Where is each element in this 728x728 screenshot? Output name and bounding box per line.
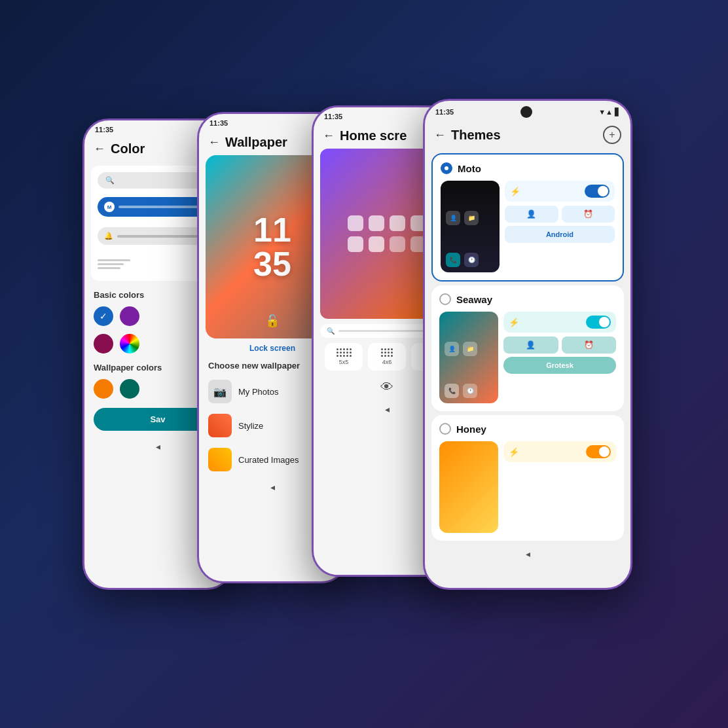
grid-5x5-label: 5x5 — [339, 359, 349, 365]
signal-icon: ▼▲ — [598, 108, 613, 116]
theme-moto-name: Moto — [458, 163, 481, 174]
back-button-3[interactable]: ← — [323, 129, 335, 143]
toggle-switch-moto[interactable] — [585, 185, 610, 198]
theme-honey-card[interactable]: Honey ⚡ — [431, 415, 624, 541]
eye-icon[interactable]: 👁 — [380, 380, 393, 395]
seaway-controls: ⚡ 👤 ⏰ Grotesk — [503, 312, 616, 403]
alarm-ctrl: ⏰ — [562, 206, 615, 223]
lock-icon: 🔓 — [265, 314, 280, 328]
grid-4x6-label: 4x6 — [382, 359, 392, 365]
time-1: 11:35 — [95, 126, 113, 134]
toggle-switch-honey[interactable] — [586, 445, 611, 458]
theme-honey-preview — [439, 441, 498, 533]
bell-icon: 🔔 — [104, 232, 113, 240]
back-button-1[interactable]: ← — [94, 142, 105, 156]
nav-arrow-3[interactable]: ◂ — [385, 404, 390, 414]
theme-seaway-preview: 👤 📁 📞 🕐 — [439, 312, 498, 403]
my-photos-label: My Photos — [238, 387, 278, 397]
clock-icon-mini: 🕐 — [464, 253, 479, 267]
swatch-maroon[interactable] — [94, 334, 113, 354]
radio-seaway — [439, 293, 451, 305]
bluetooth-icon: ⚡ — [510, 187, 520, 196]
screen-title-1: Color — [111, 141, 145, 156]
camera-notch — [520, 106, 532, 118]
theme-honey-name: Honey — [456, 424, 486, 435]
stylize-thumb — [208, 414, 232, 437]
theme-seaway-name: Seaway — [456, 294, 492, 305]
contact-icon-seaway: 👤 — [445, 342, 459, 356]
time-2: 11:35 — [209, 119, 228, 127]
bluetooth-toggle-moto[interactable]: ⚡ — [505, 181, 615, 202]
search-icon-home: 🔍 — [327, 327, 335, 335]
nav-arrow-4[interactable]: ◂ — [526, 549, 530, 559]
search-icon: 🔍 — [105, 176, 115, 185]
status-bar-4: 11:35 ▼▲ ▋ — [425, 101, 630, 120]
battery-icon-4: ▋ — [615, 108, 620, 117]
screen-title-2: Wallpaper — [225, 135, 287, 150]
theme-moto-preview: 👤 📁 📞 🕐 — [441, 181, 500, 272]
grotesk-font-btn[interactable]: Grotesk — [503, 357, 616, 374]
my-photos-thumb: 📷 — [208, 380, 232, 403]
person-ctrl: 👤 — [505, 206, 558, 223]
bluetooth-toggle-seaway[interactable]: ⚡ — [503, 312, 616, 333]
swatch-teal[interactable] — [120, 379, 139, 399]
time-3: 11:35 — [324, 113, 342, 120]
clock-icon-seaway: 🕐 — [463, 384, 477, 398]
grid-5x5[interactable]: 5x5 — [325, 343, 363, 371]
time-4: 11:35 — [435, 108, 454, 116]
lock-time: 1135 — [253, 213, 291, 281]
bluetooth-icon-seaway: ⚡ — [509, 318, 519, 327]
radio-honey — [439, 423, 451, 435]
radio-moto — [441, 162, 452, 174]
swatch-rainbow[interactable] — [120, 334, 139, 354]
phones-container: 11:35 ▲ ▋ ← Color 🔍 M — [69, 86, 659, 642]
curated-thumb — [208, 448, 232, 471]
contact-icon-mini: 👤 — [446, 211, 460, 225]
curated-images-label: Curated Images — [238, 455, 299, 465]
toggle-switch-seaway[interactable] — [586, 316, 611, 329]
android-font-btn[interactable]: Android — [505, 226, 615, 243]
stylize-label: Stylize — [238, 421, 263, 431]
phone-icon-mini: 📞 — [446, 253, 460, 267]
folder-icon-seaway: 📁 — [463, 342, 477, 356]
person-ctrl-seaway: 👤 — [503, 337, 558, 354]
swatch-blue[interactable]: ✓ — [94, 306, 113, 326]
alarm-ctrl-seaway: ⏰ — [562, 337, 617, 354]
theme-moto-card[interactable]: Moto 👤 📁 📞 🕐 — [431, 153, 624, 282]
swatch-orange[interactable] — [94, 379, 113, 399]
grid-4x6[interactable]: 4x6 — [368, 343, 406, 371]
moto-logo: M — [104, 202, 115, 212]
add-theme-button[interactable]: + — [603, 126, 621, 144]
screen-title-4: Themes — [451, 128, 501, 143]
back-button-4[interactable]: ← — [434, 128, 446, 142]
screen-title-3: Home scre — [340, 128, 407, 143]
nav-arrow-1[interactable]: ◂ — [156, 441, 160, 452]
bluetooth-toggle-honey[interactable]: ⚡ — [503, 441, 616, 462]
folder-icon-mini: 📁 — [464, 211, 479, 225]
honey-controls: ⚡ — [503, 441, 616, 533]
moto-controls: ⚡ 👤 ⏰ Android — [505, 181, 615, 272]
phone-icon-seaway: 📞 — [445, 384, 459, 398]
back-button-2[interactable]: ← — [208, 136, 220, 149]
nav-arrow-2[interactable]: ◂ — [270, 482, 275, 492]
bluetooth-icon-honey: ⚡ — [509, 447, 519, 457]
swatch-purple[interactable] — [120, 306, 139, 326]
phone-themes: 11:35 ▼▲ ▋ ← Themes + Moto — [423, 99, 632, 590]
theme-seaway-card[interactable]: Seaway 👤 📁 📞 🕐 — [431, 285, 624, 411]
